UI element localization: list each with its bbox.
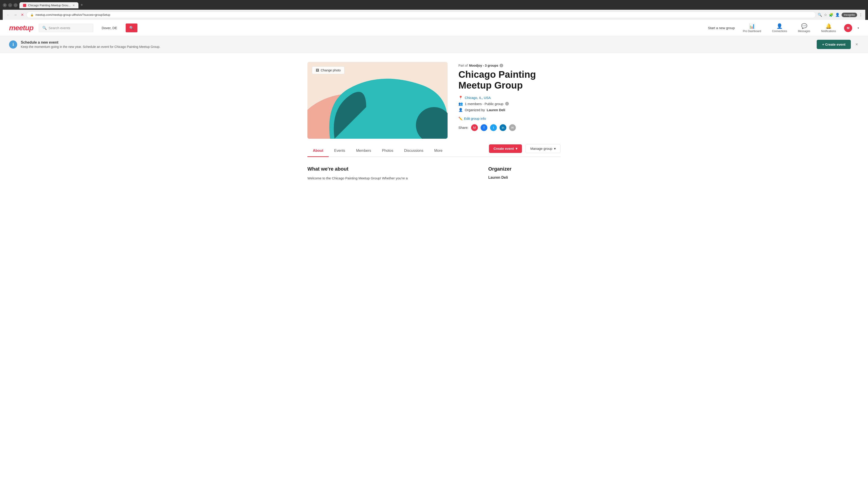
nav-connections[interactable]: 👤 Connections: [769, 22, 790, 35]
new-tab-btn[interactable]: +: [79, 2, 85, 8]
group-title: Chicago Painting Meetup Group: [458, 69, 561, 91]
browser-chrome: ✕ – □ Chicago Painting Meetup Grou... ✕ …: [0, 0, 868, 20]
about-section-body: Welcome to the Chicago Painting Meetup G…: [307, 175, 477, 181]
pro-dashboard-label: Pro Dashboard: [743, 30, 761, 33]
meetup-header: meetup 🔍 Search events Dover, DE 🔍 Start…: [0, 20, 868, 36]
share-row: Share: M f t in ✉: [458, 124, 561, 131]
banner-title: Schedule a new event: [21, 40, 813, 44]
profile-button[interactable]: M: [844, 24, 852, 32]
search-button[interactable]: 🔍: [126, 24, 137, 32]
profile-icon[interactable]: 👤: [835, 13, 840, 17]
members-row: 👥 1 members · Public group i: [458, 102, 561, 106]
chart-icon: 📊: [749, 23, 755, 29]
nav-messages[interactable]: 💬 Messages: [795, 22, 813, 35]
maximize-btn[interactable]: □: [13, 3, 18, 7]
nav-pro-dashboard[interactable]: 📊 Pro Dashboard: [740, 22, 764, 35]
organizer-row: 👤 Organized by Lauren Deli: [458, 108, 561, 112]
edit-label: Edit group info: [464, 117, 486, 121]
members-icon: 👥: [458, 102, 463, 106]
forward-btn[interactable]: →: [13, 12, 18, 18]
part-of-prefix: Part of: [458, 64, 468, 67]
create-event-chevron-icon: ▾: [516, 147, 518, 151]
tab-close-btn[interactable]: ✕: [72, 4, 75, 7]
share-label: Share:: [458, 126, 468, 129]
meetup-logo[interactable]: meetup: [9, 24, 33, 32]
tab-bar: Chicago Painting Meetup Grou... ✕ +: [20, 2, 85, 8]
menu-icon[interactable]: ⋮: [859, 13, 863, 17]
share-facebook-icon[interactable]: f: [480, 124, 487, 131]
tab-members-label: Members: [356, 149, 371, 153]
group-image-container: 🖼 Change photo: [307, 62, 447, 139]
part-of-row: Part of Moodjoy - 3 groups i: [458, 64, 561, 67]
info-icon: ℹ: [12, 42, 14, 47]
info-tooltip-icon[interactable]: i: [500, 64, 503, 67]
tab-title: Chicago Painting Meetup Grou...: [28, 4, 71, 7]
about-section: What we're about Welcome to the Chicago …: [307, 166, 477, 181]
incognito-badge: Incognito: [842, 13, 857, 17]
change-photo-button[interactable]: 🖼 Change photo: [312, 66, 344, 74]
share-email-icon[interactable]: ✉: [509, 124, 516, 131]
banner-close-button[interactable]: ×: [855, 41, 859, 48]
tab-photos[interactable]: Photos: [377, 145, 399, 157]
tab-discussions-label: Discussions: [404, 149, 423, 153]
tab-events-label: Events: [334, 149, 345, 153]
organizer-section-title: Organizer: [488, 166, 561, 172]
messages-icon: 💬: [801, 23, 807, 29]
organizer-display-name[interactable]: Lauren Deli: [488, 175, 561, 180]
close-window-btn[interactable]: ✕: [3, 3, 7, 7]
about-section-title: What we're about: [307, 166, 477, 172]
organizer-icon: 👤: [458, 108, 463, 112]
bell-icon: 🔔: [826, 23, 832, 29]
url-text: meetup.com/meetup-group-ulfhsivo/?succes…: [35, 13, 110, 17]
minimize-btn[interactable]: –: [8, 3, 12, 7]
start-group-button[interactable]: Start a new group: [708, 26, 735, 30]
change-photo-label: Change photo: [321, 68, 341, 72]
back-btn[interactable]: ←: [5, 12, 11, 18]
window-controls: ✕ – □: [3, 3, 18, 7]
address-bar[interactable]: 🔒 meetup.com/meetup-group-ulfhsivo/?succ…: [26, 11, 816, 18]
active-tab[interactable]: Chicago Painting Meetup Grou... ✕: [20, 2, 79, 8]
banner-create-event-button[interactable]: + Create event: [817, 40, 851, 49]
search-page-icon[interactable]: 🔍: [817, 13, 822, 17]
manage-group-button[interactable]: Manage group ▾: [526, 144, 561, 153]
tab-more[interactable]: More: [429, 145, 448, 157]
location-row: 📍 Chicago, IL, USA: [458, 96, 561, 100]
tab-discussions[interactable]: Discussions: [399, 145, 429, 157]
banner-info-icon: ℹ: [9, 40, 17, 48]
create-event-tab-button[interactable]: Create event ▾: [489, 144, 522, 153]
create-event-tab-label: Create event: [493, 147, 514, 151]
notifications-label: Notifications: [821, 30, 836, 33]
nav-notifications[interactable]: 🔔 Notifications: [818, 22, 839, 35]
share-meetup-icon[interactable]: M: [471, 124, 478, 131]
search-bar[interactable]: 🔍 Search events: [39, 24, 93, 32]
tab-about-label: About: [313, 149, 323, 153]
organized-by-prefix: Organized by: [465, 108, 485, 112]
tab-members[interactable]: Members: [350, 145, 377, 157]
bottom-section: What we're about Welcome to the Chicago …: [307, 157, 561, 190]
organizer-section: Organizer Lauren Deli: [488, 166, 561, 181]
location-display[interactable]: Dover, DE: [98, 24, 120, 32]
share-linkedin-icon[interactable]: in: [500, 124, 506, 131]
organizer-name[interactable]: Lauren Deli: [487, 108, 505, 112]
tab-photos-label: Photos: [382, 149, 393, 153]
edit-group-info-link[interactable]: ✏️ Edit group info: [458, 117, 561, 121]
manage-group-label: Manage group: [530, 147, 552, 151]
nav-bar: ← → ✕ 🔒 meetup.com/meetup-group-ulfhsivo…: [3, 10, 865, 20]
tab-more-label: More: [434, 149, 442, 153]
reload-btn[interactable]: ✕: [20, 12, 25, 18]
pencil-icon: ✏️: [458, 117, 463, 121]
share-twitter-icon[interactable]: t: [490, 124, 497, 131]
location-pin-icon: 📍: [458, 96, 463, 100]
extensions-icon[interactable]: 🧩: [829, 13, 833, 17]
banner-text: Schedule a new event Keep the momentum g…: [21, 40, 813, 48]
location-text[interactable]: Chicago, IL, USA: [465, 96, 491, 100]
bookmark-icon[interactable]: ☆: [824, 13, 827, 17]
main-content: 🖼 Change photo Part of Moodjoy - 3 group…: [298, 53, 569, 190]
part-of-name[interactable]: Moodjoy - 3 groups: [469, 64, 498, 67]
members-info-icon[interactable]: i: [505, 102, 509, 105]
dropdown-arrow-icon[interactable]: ▾: [858, 26, 859, 30]
tab-events[interactable]: Events: [329, 145, 350, 157]
camera-icon: 🖼: [316, 68, 319, 72]
group-meta: 📍 Chicago, IL, USA 👥 1 members · Public …: [458, 96, 561, 112]
tab-about[interactable]: About: [307, 145, 329, 157]
